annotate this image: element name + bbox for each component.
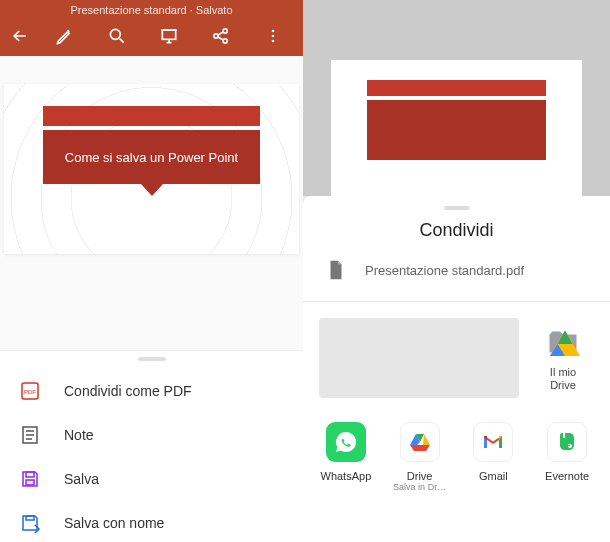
app-whatsapp[interactable]: WhatsApp bbox=[311, 422, 381, 492]
file-name: Presentazione standard.pdf bbox=[365, 263, 524, 278]
svg-marker-21 bbox=[410, 445, 430, 451]
slide[interactable]: Come si salva un Power Point bbox=[4, 84, 299, 254]
slide-ribbon-top bbox=[43, 106, 260, 126]
toolbar: Presentazione standard · Salvato bbox=[0, 0, 303, 56]
whatsapp-icon bbox=[326, 422, 366, 462]
share-title: Condividi bbox=[303, 220, 610, 241]
drive-icon bbox=[400, 422, 440, 462]
app-gmail[interactable]: Gmail bbox=[458, 422, 528, 492]
share-icon[interactable] bbox=[209, 24, 233, 48]
notes-icon bbox=[18, 423, 42, 447]
slide-title: Come si salva un Power Point bbox=[43, 130, 260, 184]
save-icon bbox=[18, 467, 42, 491]
sheet-handle[interactable] bbox=[444, 206, 470, 210]
sheet-handle[interactable] bbox=[138, 357, 166, 361]
save-as-icon bbox=[18, 511, 42, 535]
preview-area bbox=[319, 318, 519, 398]
svg-point-0 bbox=[110, 29, 120, 39]
menu-item-notes[interactable]: Note bbox=[0, 413, 303, 457]
app-evernote[interactable]: Evernote bbox=[532, 422, 602, 492]
menu-item-share-pdf[interactable]: PDF Condividi come PDF bbox=[0, 369, 303, 413]
document-title: Presentazione standard · Salvato bbox=[70, 4, 232, 16]
svg-rect-12 bbox=[26, 480, 34, 485]
folder-icon bbox=[545, 324, 581, 360]
edit-icon[interactable] bbox=[53, 24, 77, 48]
svg-rect-11 bbox=[26, 472, 34, 477]
bottom-sheet-menu: PDF Condividi come PDF Note Salva Salva … bbox=[0, 350, 303, 542]
file-row[interactable]: Presentazione standard.pdf bbox=[303, 259, 610, 301]
share-sheet: Condividi Presentazione standard.pdf Il … bbox=[303, 196, 610, 542]
back-icon[interactable] bbox=[8, 24, 32, 48]
svg-marker-19 bbox=[423, 434, 430, 445]
svg-point-6 bbox=[272, 35, 275, 38]
svg-text:PDF: PDF bbox=[24, 389, 36, 395]
search-icon[interactable] bbox=[105, 24, 129, 48]
menu-label: Condividi come PDF bbox=[64, 383, 192, 399]
file-icon bbox=[325, 259, 347, 281]
present-icon[interactable] bbox=[157, 24, 181, 48]
slide-canvas[interactable]: Come si salva un Power Point bbox=[0, 56, 303, 352]
menu-label: Note bbox=[64, 427, 94, 443]
menu-label: Salva bbox=[64, 471, 99, 487]
menu-item-save-as[interactable]: Salva con nome bbox=[0, 501, 303, 542]
menu-label: Salva con nome bbox=[64, 515, 164, 531]
drive-target[interactable]: Il mio Drive bbox=[533, 324, 593, 392]
pdf-icon: PDF bbox=[18, 379, 42, 403]
svg-rect-13 bbox=[26, 516, 34, 520]
more-icon[interactable] bbox=[261, 24, 285, 48]
app-drive[interactable]: Drive Salva in Dr… bbox=[385, 422, 455, 492]
svg-rect-1 bbox=[162, 30, 175, 39]
slide-preview bbox=[331, 60, 582, 196]
svg-point-5 bbox=[272, 30, 275, 33]
svg-point-7 bbox=[272, 40, 275, 43]
evernote-icon bbox=[547, 422, 587, 462]
gmail-icon bbox=[473, 422, 513, 462]
menu-item-save[interactable]: Salva bbox=[0, 457, 303, 501]
svg-marker-15 bbox=[558, 330, 573, 344]
